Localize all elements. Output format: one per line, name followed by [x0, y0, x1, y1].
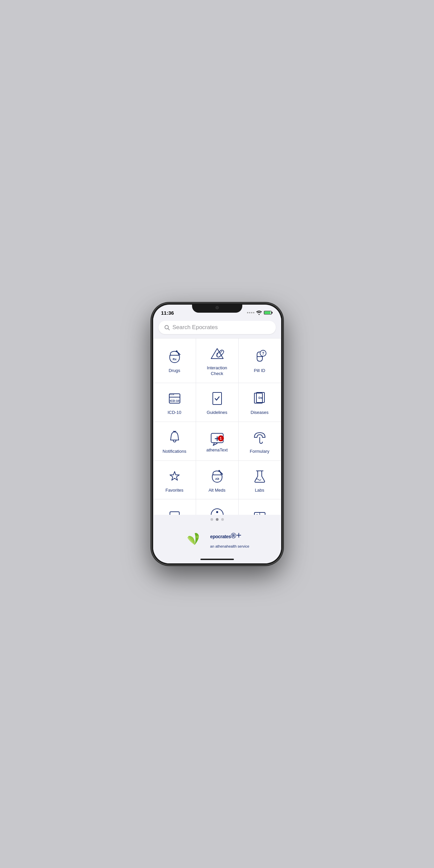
- grid-item-notifications[interactable]: Notifications: [154, 422, 196, 461]
- tables-icon: [166, 509, 183, 515]
- grid-item-interaction-check[interactable]: ! InteractionCheck: [196, 339, 239, 383]
- grid-item-alt-meds[interactable]: Alt Alt Meds: [196, 461, 239, 500]
- grid-item-athenatext[interactable]: 1 athenaText: [196, 422, 239, 461]
- page-dot-1[interactable]: [211, 518, 213, 521]
- page-dot-2[interactable]: [216, 518, 218, 521]
- icd10-icon: ICD-10: [166, 390, 183, 407]
- page-dots: [153, 515, 281, 524]
- athenatext-icon-wrapper: 1: [209, 430, 226, 447]
- page-dot-3[interactable]: [221, 518, 224, 521]
- svg-point-47: [196, 535, 199, 538]
- grid-item-guidelines[interactable]: Guidelines: [196, 383, 239, 422]
- footer-text: epocrates®+ an athenahealth service: [210, 530, 249, 549]
- search-bar-container: Search Epocrates: [153, 318, 281, 338]
- camera-icon: [216, 306, 219, 309]
- diseases-label: Diseases: [251, 410, 269, 415]
- svg-rect-29: [170, 512, 179, 515]
- icd10-label: ICD-10: [167, 410, 181, 415]
- svg-point-34: [216, 511, 218, 513]
- svg-point-27: [218, 470, 220, 471]
- search-icon: [164, 324, 170, 331]
- battery-icon: [264, 310, 273, 315]
- alt-meds-label: Alt Meds: [209, 488, 225, 493]
- footer-sub: an athenahealth service: [210, 544, 249, 548]
- grid-item-tables[interactable]: Tables: [154, 499, 196, 515]
- grid-item-drugs[interactable]: Rx Drugs: [154, 339, 196, 383]
- formulary-icon: [251, 429, 269, 446]
- grid-item-formulary[interactable]: Formulary: [239, 422, 281, 461]
- home-bar: [200, 559, 234, 560]
- alt-meds-icon: Alt: [209, 467, 226, 485]
- notifications-label: Notifications: [162, 449, 186, 455]
- grid-item-favorites[interactable]: Favorites: [154, 461, 196, 500]
- grid-item-calculators[interactable]: Calculators: [239, 499, 281, 515]
- home-indicator: [153, 555, 281, 563]
- svg-rect-16: [213, 393, 221, 404]
- pill-id-icon: ?: [251, 348, 269, 365]
- svg-point-7: [176, 350, 177, 352]
- wifi-icon: [256, 310, 262, 315]
- athenatext-label: athenaText: [207, 447, 228, 453]
- grid-item-id-tx-selector[interactable]: ID TxSelector: [196, 499, 239, 515]
- grid-item-pill-id[interactable]: ? Pill ID: [239, 339, 281, 383]
- grid-item-diseases[interactable]: Dx Diseases: [239, 383, 281, 422]
- app-grid: Rx Drugs !: [153, 338, 281, 515]
- pill-id-label: Pill ID: [254, 368, 266, 374]
- svg-text:?: ?: [262, 351, 264, 355]
- signal-icon: [247, 312, 254, 313]
- interaction-check-label: InteractionCheck: [207, 365, 227, 377]
- svg-text:Rx: Rx: [173, 358, 177, 361]
- guidelines-label: Guidelines: [207, 410, 227, 415]
- id-tx-selector-icon: [209, 506, 226, 515]
- footer: epocrates®+ an athenahealth service: [153, 524, 281, 555]
- formulary-label: Formulary: [250, 449, 270, 455]
- athenatext-badge: 1: [218, 435, 224, 441]
- status-icons: [247, 310, 273, 315]
- epocrates-logo-icon: [185, 528, 205, 550]
- svg-text:Alt: Alt: [215, 477, 219, 480]
- search-input[interactable]: Search Epocrates: [173, 324, 218, 331]
- labs-icon: [251, 467, 269, 485]
- notch: [192, 303, 242, 313]
- svg-text:ICD-10: ICD-10: [169, 399, 179, 403]
- favorites-icon: [166, 467, 183, 485]
- status-time: 11:36: [161, 310, 174, 316]
- svg-rect-2: [265, 311, 271, 314]
- footer-brand: epocrates®+: [210, 530, 241, 544]
- grid-item-labs[interactable]: Labs: [239, 461, 281, 500]
- drugs-label: Drugs: [168, 368, 180, 374]
- svg-text:Dx: Dx: [258, 396, 262, 400]
- labs-label: Labs: [255, 488, 264, 493]
- phone-frame: 11:36: [152, 303, 282, 565]
- phone-screen: 11:36: [153, 305, 281, 563]
- interaction-check-icon: !: [209, 345, 226, 363]
- guidelines-icon: [209, 390, 226, 407]
- svg-line-4: [168, 329, 169, 330]
- svg-rect-1: [272, 312, 273, 314]
- grid-container: Rx Drugs !: [153, 338, 281, 515]
- drugs-icon: Rx: [166, 348, 183, 365]
- search-bar[interactable]: Search Epocrates: [158, 321, 276, 334]
- notifications-icon: [166, 429, 183, 446]
- grid-item-icd10[interactable]: ICD-10 ICD-10: [154, 383, 196, 422]
- favorites-label: Favorites: [165, 488, 183, 493]
- diseases-icon: Dx: [251, 390, 269, 407]
- calculators-icon: [251, 509, 269, 515]
